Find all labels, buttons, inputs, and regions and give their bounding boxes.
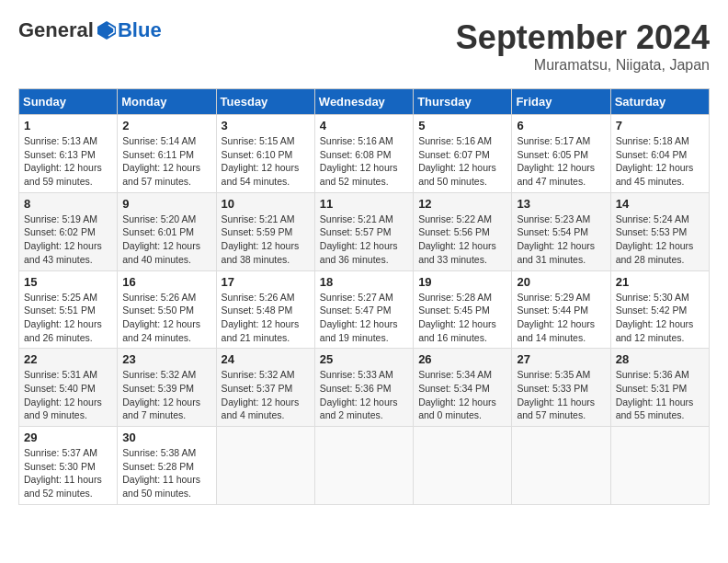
table-row: 4Sunrise: 5:16 AM Sunset: 6:08 PM Daylig… bbox=[314, 115, 413, 193]
day-number: 6 bbox=[517, 119, 605, 132]
logo-blue-text: Blue bbox=[118, 18, 162, 42]
table-row bbox=[512, 427, 610, 505]
day-number: 26 bbox=[418, 352, 506, 366]
table-row: 24Sunrise: 5:32 AM Sunset: 5:37 PM Dayli… bbox=[216, 349, 314, 427]
day-info: Sunrise: 5:26 AM Sunset: 5:48 PM Dayligh… bbox=[222, 291, 310, 345]
table-row bbox=[414, 427, 512, 505]
header-friday: Friday bbox=[512, 89, 610, 115]
table-row: 28Sunrise: 5:36 AM Sunset: 5:31 PM Dayli… bbox=[610, 349, 709, 427]
day-info: Sunrise: 5:18 AM Sunset: 6:04 PM Dayligh… bbox=[616, 134, 704, 189]
month-title: September 2024 bbox=[456, 18, 710, 57]
day-number: 19 bbox=[418, 275, 506, 289]
table-row: 13Sunrise: 5:23 AM Sunset: 5:54 PM Dayli… bbox=[512, 192, 610, 270]
day-info: Sunrise: 5:21 AM Sunset: 5:59 PM Dayligh… bbox=[222, 213, 310, 267]
day-number: 12 bbox=[418, 197, 506, 211]
table-row: 25Sunrise: 5:33 AM Sunset: 5:36 PM Dayli… bbox=[314, 349, 413, 427]
table-row: 29Sunrise: 5:37 AM Sunset: 5:30 PM Dayli… bbox=[19, 427, 118, 505]
day-number: 30 bbox=[122, 431, 210, 444]
calendar-row: 1Sunrise: 5:13 AM Sunset: 6:13 PM Daylig… bbox=[19, 115, 710, 193]
day-number: 29 bbox=[24, 431, 112, 444]
calendar-row: 8Sunrise: 5:19 AM Sunset: 6:02 PM Daylig… bbox=[19, 192, 710, 270]
day-info: Sunrise: 5:37 AM Sunset: 5:30 PM Dayligh… bbox=[24, 446, 112, 500]
table-row: 15Sunrise: 5:25 AM Sunset: 5:51 PM Dayli… bbox=[19, 270, 118, 349]
day-number: 11 bbox=[320, 197, 408, 211]
table-row: 30Sunrise: 5:38 AM Sunset: 5:28 PM Dayli… bbox=[118, 427, 216, 505]
table-row: 9Sunrise: 5:20 AM Sunset: 6:01 PM Daylig… bbox=[118, 192, 216, 270]
header-saturday: Saturday bbox=[610, 89, 709, 115]
table-row: 7Sunrise: 5:18 AM Sunset: 6:04 PM Daylig… bbox=[610, 115, 709, 193]
day-info: Sunrise: 5:26 AM Sunset: 5:50 PM Dayligh… bbox=[122, 291, 210, 345]
header-sunday: Sunday bbox=[19, 89, 118, 115]
day-info: Sunrise: 5:32 AM Sunset: 5:39 PM Dayligh… bbox=[122, 368, 210, 422]
table-row bbox=[610, 427, 709, 505]
table-row: 3Sunrise: 5:15 AM Sunset: 6:10 PM Daylig… bbox=[216, 115, 314, 193]
table-row: 2Sunrise: 5:14 AM Sunset: 6:11 PM Daylig… bbox=[118, 115, 216, 193]
day-info: Sunrise: 5:29 AM Sunset: 5:44 PM Dayligh… bbox=[517, 291, 605, 345]
table-row: 10Sunrise: 5:21 AM Sunset: 5:59 PM Dayli… bbox=[216, 192, 314, 270]
table-row: 16Sunrise: 5:26 AM Sunset: 5:50 PM Dayli… bbox=[118, 270, 216, 349]
day-number: 27 bbox=[517, 352, 605, 366]
day-info: Sunrise: 5:22 AM Sunset: 5:56 PM Dayligh… bbox=[418, 213, 506, 267]
day-number: 13 bbox=[517, 197, 605, 211]
day-number: 2 bbox=[122, 119, 210, 132]
day-number: 18 bbox=[320, 275, 408, 289]
table-row: 19Sunrise: 5:28 AM Sunset: 5:45 PM Dayli… bbox=[414, 270, 512, 349]
header-tuesday: Tuesday bbox=[216, 89, 314, 115]
table-row: 8Sunrise: 5:19 AM Sunset: 6:02 PM Daylig… bbox=[19, 192, 118, 270]
day-info: Sunrise: 5:30 AM Sunset: 5:42 PM Dayligh… bbox=[616, 291, 704, 345]
calendar-row: 29Sunrise: 5:37 AM Sunset: 5:30 PM Dayli… bbox=[19, 427, 710, 505]
day-number: 15 bbox=[24, 275, 112, 289]
page-header: General Blue September 2024 Muramatsu, N… bbox=[18, 18, 710, 74]
day-info: Sunrise: 5:23 AM Sunset: 5:54 PM Dayligh… bbox=[517, 213, 605, 267]
day-info: Sunrise: 5:32 AM Sunset: 5:37 PM Dayligh… bbox=[222, 368, 310, 422]
table-row: 21Sunrise: 5:30 AM Sunset: 5:42 PM Dayli… bbox=[610, 270, 709, 349]
day-info: Sunrise: 5:36 AM Sunset: 5:31 PM Dayligh… bbox=[616, 368, 704, 422]
day-number: 25 bbox=[320, 352, 408, 366]
day-info: Sunrise: 5:21 AM Sunset: 5:57 PM Dayligh… bbox=[320, 213, 408, 267]
table-row: 17Sunrise: 5:26 AM Sunset: 5:48 PM Dayli… bbox=[216, 270, 314, 349]
table-row: 1Sunrise: 5:13 AM Sunset: 6:13 PM Daylig… bbox=[19, 115, 118, 193]
calendar-table: Sunday Monday Tuesday Wednesday Thursday… bbox=[18, 88, 710, 505]
day-number: 28 bbox=[616, 352, 704, 366]
table-row: 20Sunrise: 5:29 AM Sunset: 5:44 PM Dayli… bbox=[512, 270, 610, 349]
day-number: 16 bbox=[122, 275, 210, 289]
day-info: Sunrise: 5:16 AM Sunset: 6:08 PM Dayligh… bbox=[320, 134, 408, 189]
day-info: Sunrise: 5:38 AM Sunset: 5:28 PM Dayligh… bbox=[122, 446, 210, 500]
day-info: Sunrise: 5:19 AM Sunset: 6:02 PM Dayligh… bbox=[24, 213, 112, 267]
day-info: Sunrise: 5:27 AM Sunset: 5:47 PM Dayligh… bbox=[320, 291, 408, 345]
day-number: 22 bbox=[24, 352, 112, 366]
table-row: 12Sunrise: 5:22 AM Sunset: 5:56 PM Dayli… bbox=[414, 192, 512, 270]
day-info: Sunrise: 5:31 AM Sunset: 5:40 PM Dayligh… bbox=[24, 368, 112, 422]
day-info: Sunrise: 5:16 AM Sunset: 6:07 PM Dayligh… bbox=[418, 134, 506, 189]
day-number: 20 bbox=[517, 275, 605, 289]
day-number: 21 bbox=[616, 275, 704, 289]
day-number: 4 bbox=[320, 119, 408, 132]
day-info: Sunrise: 5:28 AM Sunset: 5:45 PM Dayligh… bbox=[418, 291, 506, 345]
day-info: Sunrise: 5:35 AM Sunset: 5:33 PM Dayligh… bbox=[517, 368, 605, 422]
day-number: 3 bbox=[222, 119, 310, 132]
day-info: Sunrise: 5:15 AM Sunset: 6:10 PM Dayligh… bbox=[222, 134, 310, 189]
logo-general-text: General bbox=[18, 18, 94, 42]
days-header-row: Sunday Monday Tuesday Wednesday Thursday… bbox=[19, 89, 710, 115]
header-thursday: Thursday bbox=[414, 89, 512, 115]
day-info: Sunrise: 5:17 AM Sunset: 6:05 PM Dayligh… bbox=[517, 134, 605, 189]
location-text: Muramatsu, Niigata, Japan bbox=[456, 57, 710, 74]
day-info: Sunrise: 5:14 AM Sunset: 6:11 PM Dayligh… bbox=[122, 134, 210, 189]
day-number: 1 bbox=[24, 119, 112, 132]
day-number: 7 bbox=[616, 119, 704, 132]
logo: General Blue bbox=[18, 18, 162, 42]
calendar-row: 22Sunrise: 5:31 AM Sunset: 5:40 PM Dayli… bbox=[19, 349, 710, 427]
table-row: 14Sunrise: 5:24 AM Sunset: 5:53 PM Dayli… bbox=[610, 192, 709, 270]
table-row: 27Sunrise: 5:35 AM Sunset: 5:33 PM Dayli… bbox=[512, 349, 610, 427]
day-info: Sunrise: 5:25 AM Sunset: 5:51 PM Dayligh… bbox=[24, 291, 112, 345]
table-row: 18Sunrise: 5:27 AM Sunset: 5:47 PM Dayli… bbox=[314, 270, 413, 349]
table-row: 6Sunrise: 5:17 AM Sunset: 6:05 PM Daylig… bbox=[512, 115, 610, 193]
day-number: 8 bbox=[24, 197, 112, 211]
table-row: 11Sunrise: 5:21 AM Sunset: 5:57 PM Dayli… bbox=[314, 192, 413, 270]
table-row bbox=[216, 427, 314, 505]
header-monday: Monday bbox=[118, 89, 216, 115]
day-info: Sunrise: 5:34 AM Sunset: 5:34 PM Dayligh… bbox=[418, 368, 506, 422]
table-row bbox=[314, 427, 413, 505]
day-number: 5 bbox=[418, 119, 506, 132]
logo-icon bbox=[96, 19, 118, 41]
